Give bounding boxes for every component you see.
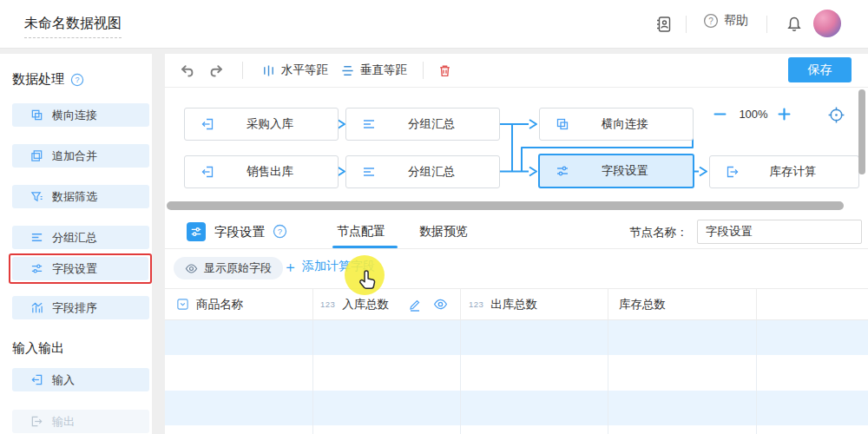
header-divider bbox=[766, 16, 767, 33]
toolbar-divider bbox=[423, 62, 424, 79]
canvas-horizontal-scrollbar[interactable] bbox=[167, 201, 844, 210]
help-icon: ? bbox=[703, 13, 719, 29]
join-icon bbox=[556, 117, 569, 131]
table-row bbox=[165, 425, 868, 434]
save-button[interactable]: 保存 bbox=[788, 57, 852, 82]
sidebar-item-input[interactable]: 输入 bbox=[12, 368, 149, 391]
zoom-level: 100% bbox=[733, 108, 773, 121]
column-header-product-name: 商品名称 bbox=[165, 289, 313, 319]
zoom-in-button[interactable] bbox=[776, 106, 792, 122]
column-header-outbound-total: 123 出库总数 bbox=[461, 289, 608, 319]
svg-text:?: ? bbox=[278, 227, 282, 236]
fit-view-crosshair-icon[interactable] bbox=[827, 106, 845, 124]
node-horizontal-join[interactable]: 横向连接 bbox=[539, 108, 694, 141]
page-title[interactable]: 未命名数据视图 bbox=[24, 15, 122, 38]
app-header: 未命名数据视图 ? 帮助 bbox=[0, 0, 868, 49]
node-name-input[interactable] bbox=[697, 220, 862, 244]
group-icon bbox=[362, 165, 376, 179]
panel-help-icon[interactable]: ? bbox=[273, 224, 287, 239]
table-row bbox=[165, 320, 868, 355]
sidebar-item-output[interactable]: 输出 bbox=[12, 410, 149, 433]
sidebar-item-field-settings[interactable]: 字段设置 bbox=[12, 257, 148, 280]
input-icon bbox=[30, 373, 43, 386]
tab-data-preview[interactable]: 数据预览 bbox=[419, 224, 468, 240]
contact-directory-icon[interactable] bbox=[653, 13, 675, 36]
column-header-empty bbox=[757, 289, 868, 319]
config-panel-header: 字段设置 ? 节点配置 数据预览 节点名称： bbox=[165, 215, 868, 249]
append-icon bbox=[30, 149, 43, 162]
edit-field-pencil-icon[interactable] bbox=[408, 298, 422, 312]
sidebar-item-group-summary[interactable]: 分组汇总 bbox=[12, 226, 149, 249]
canvas-toolbar: 水平等距 垂直等距 保存 bbox=[165, 54, 868, 88]
flow-edges bbox=[165, 87, 868, 215]
node-group-summary-2[interactable]: 分组汇总 bbox=[345, 155, 500, 188]
panel-title: 字段设置 bbox=[214, 224, 265, 240]
sort-chart-icon bbox=[30, 301, 43, 314]
field-actions-row: 显示原始字段 ＋ 添加计算字段 bbox=[165, 248, 868, 288]
output-icon bbox=[30, 415, 43, 428]
sidebar-item-append-merge[interactable]: 追加合并 bbox=[12, 144, 149, 168]
column-header-inventory-total: 库存总数 bbox=[608, 289, 757, 319]
sliders-icon bbox=[556, 164, 569, 178]
sliders-icon bbox=[30, 262, 43, 275]
show-original-fields-button[interactable]: 显示原始字段 bbox=[174, 257, 283, 279]
preview-table-header: 商品名称 123 入库总数 bbox=[165, 288, 868, 320]
number-field-type-icon: 123 bbox=[469, 299, 483, 309]
add-calculated-field-button[interactable]: ＋ 添加计算字段 bbox=[283, 259, 375, 274]
plus-icon: ＋ bbox=[283, 260, 298, 274]
canvas-vertical-scrollbar[interactable] bbox=[858, 89, 865, 174]
avatar[interactable] bbox=[813, 10, 841, 37]
toggle-visibility-eye-icon[interactable] bbox=[433, 297, 448, 312]
vertical-spacing-button[interactable]: 垂直等距 bbox=[341, 62, 407, 79]
table-row bbox=[165, 391, 868, 425]
node-field-settings[interactable]: 字段设置 bbox=[538, 154, 694, 188]
node-sales-outbound[interactable]: 销售出库 bbox=[184, 155, 339, 188]
help-button[interactable]: ? 帮助 bbox=[703, 13, 748, 29]
sidebar-section-data-processing: 数据处理 ? bbox=[12, 71, 84, 88]
horizontal-spacing-icon bbox=[262, 64, 275, 77]
undo-button[interactable] bbox=[179, 62, 195, 79]
output-icon bbox=[726, 165, 740, 179]
app-root: 未命名数据视图 ? 帮助 bbox=[0, 0, 868, 434]
sidebar-item-data-filter[interactable]: 数据筛选 bbox=[12, 185, 149, 208]
svg-text:?: ? bbox=[708, 16, 713, 26]
text-field-type-icon bbox=[176, 298, 189, 311]
join-icon bbox=[30, 108, 43, 122]
filter-icon bbox=[30, 190, 43, 203]
notifications-bell-icon[interactable] bbox=[783, 13, 806, 36]
sidebar: 数据处理 ? 横向连接 追加合并 bbox=[0, 54, 152, 434]
toolbar-divider bbox=[242, 62, 243, 79]
highlighted-item-outline: 字段设置 bbox=[9, 253, 152, 284]
table-row bbox=[165, 355, 868, 391]
input-icon bbox=[201, 117, 214, 131]
vertical-spacing-icon bbox=[341, 64, 354, 77]
zoom-out-button[interactable] bbox=[712, 106, 728, 122]
help-label: 帮助 bbox=[724, 13, 748, 29]
input-icon bbox=[201, 165, 214, 179]
group-icon bbox=[362, 117, 376, 131]
node-group-summary-1[interactable]: 分组汇总 bbox=[345, 108, 500, 141]
eye-icon bbox=[185, 262, 198, 275]
tab-node-config[interactable]: 节点配置 bbox=[337, 224, 385, 240]
node-purchase-inbound[interactable]: 采购入库 bbox=[184, 108, 339, 141]
number-field-type-icon: 123 bbox=[320, 299, 335, 309]
svg-text:?: ? bbox=[75, 76, 79, 84]
redo-button[interactable] bbox=[208, 62, 225, 79]
node-name-label: 节点名称： bbox=[629, 225, 688, 240]
sidebar-section-input-output: 输入输出 bbox=[12, 340, 64, 357]
sidebar-item-horizontal-join[interactable]: 横向连接 bbox=[12, 103, 149, 127]
group-icon bbox=[30, 231, 43, 244]
node-inventory-calc[interactable]: 库存计算 bbox=[709, 155, 859, 188]
header-divider bbox=[686, 16, 687, 33]
section-help-icon[interactable]: ? bbox=[70, 73, 84, 87]
flow-canvas: 采购入库 分组汇总 销售出库 bbox=[165, 87, 868, 215]
delete-node-button[interactable] bbox=[437, 62, 452, 79]
horizontal-spacing-button[interactable]: 水平等距 bbox=[262, 62, 328, 79]
column-header-inbound-total: 123 入库总数 bbox=[313, 289, 461, 319]
sidebar-item-field-sort[interactable]: 字段排序 bbox=[12, 296, 149, 319]
field-settings-badge-icon bbox=[187, 222, 206, 241]
main-area: 水平等距 垂直等距 保存 bbox=[165, 54, 868, 434]
